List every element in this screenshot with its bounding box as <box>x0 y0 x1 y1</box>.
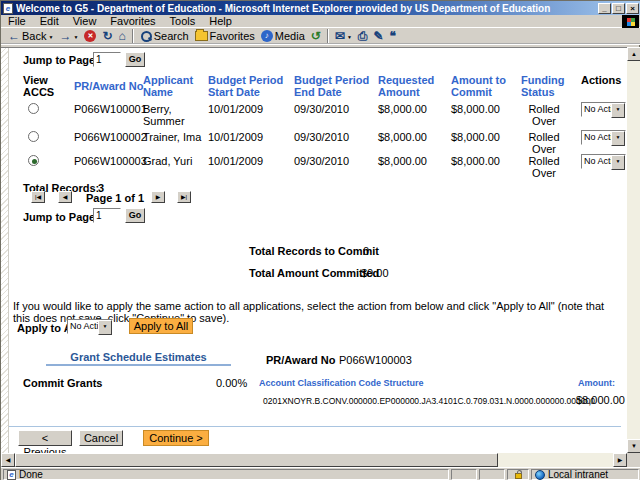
accs-column-label[interactable]: Account Classification Code Structure <box>259 377 424 389</box>
cell-commit: $8,000.00 <box>451 103 500 115</box>
cell-name: Trainer, Ima <box>143 131 211 143</box>
cell-status: Rolled Over <box>523 103 565 127</box>
status-bar: e Done Local intranet <box>1 467 640 480</box>
records-to-commit-value: 0 <box>363 245 369 257</box>
scrollbar-corner <box>627 453 640 467</box>
mail-button[interactable]: ✉ <box>332 28 355 44</box>
stop-icon: ✕ <box>84 30 96 42</box>
col-header-requested[interactable]: Requested Amount <box>378 74 444 98</box>
toolbar-separator <box>132 29 134 43</box>
page-next-button[interactable]: ▶ <box>151 191 165 203</box>
media-button[interactable]: ♪ Media <box>258 28 308 44</box>
gse-pr-value: P066W100003 <box>339 354 412 366</box>
favorites-button[interactable]: Favorites <box>192 28 258 44</box>
vertical-scrollbar[interactable]: ▲ ▼ <box>627 47 640 453</box>
status-empty-pane <box>451 469 477 480</box>
jump-bottom-input[interactable] <box>93 208 121 223</box>
col-header-start-date[interactable]: Budget Period Start Date <box>208 74 290 98</box>
favorites-label: Favorites <box>210 30 255 42</box>
row-action-select[interactable]: No Action <box>581 154 626 169</box>
menu-favorites[interactable]: Favorites <box>103 15 162 28</box>
discuss-button[interactable]: ❝ <box>387 28 399 44</box>
back-dropdown-icon[interactable] <box>48 30 53 42</box>
row-action-select[interactable]: No Action <box>581 102 626 117</box>
scroll-up-icon[interactable]: ▲ <box>627 47 640 61</box>
horizontal-scrollbar[interactable]: ◀ ▶ <box>1 453 627 467</box>
status-text: Done <box>19 469 43 480</box>
accs-value: 0201XNOYR.B.CONV.000000.EP000000.JA3.410… <box>263 395 595 407</box>
print-button[interactable]: ⎙ <box>355 28 371 44</box>
menu-edit[interactable]: Edit <box>33 15 66 28</box>
refresh-icon: ↻ <box>102 29 112 43</box>
cell-status: Rolled Over <box>523 155 565 179</box>
row-radio-selected[interactable] <box>28 155 39 166</box>
row-radio[interactable] <box>28 131 39 142</box>
history-button[interactable]: ↺ <box>308 28 324 44</box>
minimize-button[interactable]: _ <box>598 3 611 14</box>
col-header-funding[interactable]: Funding Status <box>521 74 571 98</box>
cancel-button[interactable]: Cancel <box>79 430 123 446</box>
edit-button[interactable]: ✎ <box>370 28 386 44</box>
stop-button[interactable]: ✕ <box>81 28 99 44</box>
search-label: Search <box>154 30 189 42</box>
scroll-left-icon[interactable]: ◀ <box>1 453 15 467</box>
browser-window: e Welcome to G5 - Department of Educatio… <box>0 0 640 480</box>
amount-column-label[interactable]: Amount: <box>578 377 615 389</box>
home-button[interactable]: ⌂ <box>115 28 128 44</box>
jump-bottom-label: Jump to Page <box>23 211 95 223</box>
print-icon: ⎙ <box>358 29 368 43</box>
jump-bottom-go-button[interactable]: Go <box>125 208 145 223</box>
cell-end: 09/30/2010 <box>294 103 349 115</box>
search-button[interactable]: Search <box>137 28 192 44</box>
forward-button[interactable]: → <box>56 28 81 44</box>
left-hatch-border <box>1 48 9 453</box>
jump-top-go-button[interactable]: Go <box>125 52 145 67</box>
scroll-right-icon[interactable]: ▶ <box>613 453 627 467</box>
media-icon: ♪ <box>261 30 273 42</box>
cell-requested: $8,000.00 <box>378 103 427 115</box>
page-last-button[interactable]: ▶| <box>177 191 191 203</box>
discuss-icon: ❝ <box>390 29 396 43</box>
col-header-applicant[interactable]: Applicant Name <box>143 74 205 98</box>
page-first-button[interactable]: |◀ <box>31 191 45 203</box>
home-icon: ⌂ <box>118 29 125 43</box>
restore-button[interactable]: □ <box>612 3 625 14</box>
status-message-pane: e Done <box>3 469 449 480</box>
col-header-commit[interactable]: Amount to Commit <box>451 74 513 98</box>
back-button[interactable]: ← Back <box>5 28 56 44</box>
forward-dropdown-icon[interactable] <box>73 30 78 42</box>
col-header-end-date[interactable]: Budget Period End Date <box>294 74 374 98</box>
horizontal-scroll-thumb[interactable] <box>15 453 498 467</box>
mail-dropdown-icon[interactable] <box>347 30 352 42</box>
scroll-down-icon[interactable]: ▼ <box>627 439 640 453</box>
apply-to-all-button[interactable]: Apply to All <box>129 318 193 334</box>
amount-committed-label: Total Amount Committed <box>249 267 379 279</box>
col-header-actions: Actions <box>581 74 626 86</box>
row-action-select[interactable]: No Action <box>581 130 626 145</box>
cell-name: Grad, Yuri <box>143 155 211 167</box>
search-icon <box>140 30 152 42</box>
continue-button[interactable]: Continue > <box>143 430 209 446</box>
zone-text: Local intranet <box>548 469 608 480</box>
gse-pr-label: PR/Award No <box>266 354 335 366</box>
toolbar: ← Back → ✕ ↻ ⌂ Search Favorites ♪ Media <box>1 28 640 45</box>
menu-tools[interactable]: Tools <box>163 15 203 28</box>
commit-grants-percent: 0.00% <box>216 377 247 389</box>
refresh-button[interactable]: ↻ <box>99 28 115 44</box>
row-radio[interactable] <box>28 103 39 114</box>
close-button[interactable]: × <box>626 3 639 14</box>
previous-button[interactable]: < Previous <box>18 430 72 446</box>
menu-help[interactable]: Help <box>202 15 239 28</box>
menu-file[interactable]: File <box>1 15 33 28</box>
cell-award: P066W100001 <box>74 103 147 115</box>
commit-grants-label: Commit Grants <box>23 377 102 389</box>
cell-requested: $8,000.00 <box>378 131 427 143</box>
menu-view[interactable]: View <box>66 15 104 28</box>
cell-start: 10/01/2009 <box>208 155 263 167</box>
media-label: Media <box>275 30 305 42</box>
page-prev-button[interactable]: ◀ <box>58 191 72 203</box>
edit-icon: ✎ <box>373 29 383 43</box>
apply-all-select[interactable]: No Action <box>67 319 113 334</box>
jump-top-label: Jump to Page <box>23 54 95 66</box>
jump-top-input[interactable] <box>93 52 121 67</box>
